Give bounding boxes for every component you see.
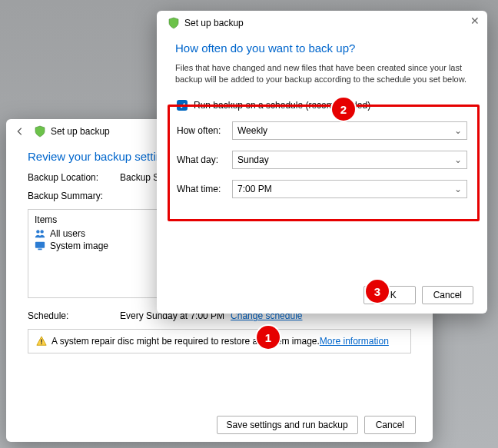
item-label: System image: [50, 241, 108, 251]
chevron-down-icon: ⌄: [454, 125, 462, 136]
run-on-schedule-checkbox[interactable]: [177, 100, 188, 111]
svg-point-1: [40, 230, 43, 233]
monitor-icon: [35, 241, 45, 251]
dialog-heading: How often do you want to back up?: [175, 41, 469, 55]
select-value: Sunday: [237, 154, 269, 165]
select-value: 7:00 PM: [237, 184, 272, 194]
backup-summary-label: Backup Summary:: [28, 191, 120, 201]
users-icon: [35, 228, 45, 239]
shield-icon: [34, 125, 46, 138]
how-often-select[interactable]: Weekly ⌄: [232, 121, 467, 140]
how-often-label: How often:: [177, 125, 232, 136]
dialog-title: Set up backup: [184, 18, 244, 28]
svg-rect-3: [38, 249, 42, 251]
window-title: Set up backup: [51, 126, 110, 137]
close-icon[interactable]: ✕: [470, 15, 480, 26]
svg-rect-2: [35, 242, 45, 248]
chevron-down-icon: ⌄: [454, 154, 462, 165]
dialog-description: Files that have changed and new files th…: [175, 62, 469, 86]
save-run-backup-button[interactable]: Save settings and run backup: [217, 416, 358, 434]
cancel-button[interactable]: Cancel: [422, 286, 473, 304]
what-time-label: What time:: [177, 184, 232, 194]
item-label: All users: [50, 228, 85, 239]
svg-point-0: [36, 230, 39, 233]
what-day-select[interactable]: Sunday ⌄: [232, 151, 467, 169]
annotation-callout-3: 3: [366, 280, 389, 303]
select-value: Weekly: [237, 125, 267, 136]
shield-icon: [168, 17, 180, 29]
back-icon[interactable]: [14, 125, 26, 138]
schedule-dialog: ✕ Set up backup How often do you want to…: [157, 11, 487, 314]
svg-rect-5: [41, 343, 42, 344]
what-day-label: What day:: [177, 154, 232, 165]
annotation-callout-2: 2: [332, 98, 355, 121]
what-time-select[interactable]: 7:00 PM ⌄: [232, 180, 467, 198]
backup-location-label: Backup Location:: [28, 172, 120, 183]
schedule-label: Schedule:: [28, 310, 120, 321]
schedule-form: Run backup on a schedule (recommended) H…: [175, 94, 469, 212]
warning-icon: [36, 336, 47, 347]
more-info-link[interactable]: More information: [320, 336, 389, 347]
warning-box: A system repair disc might be required t…: [28, 329, 411, 353]
svg-rect-4: [41, 339, 42, 342]
chevron-down-icon: ⌄: [454, 184, 462, 194]
annotation-callout-1: 1: [257, 326, 280, 349]
cancel-button[interactable]: Cancel: [364, 416, 416, 434]
